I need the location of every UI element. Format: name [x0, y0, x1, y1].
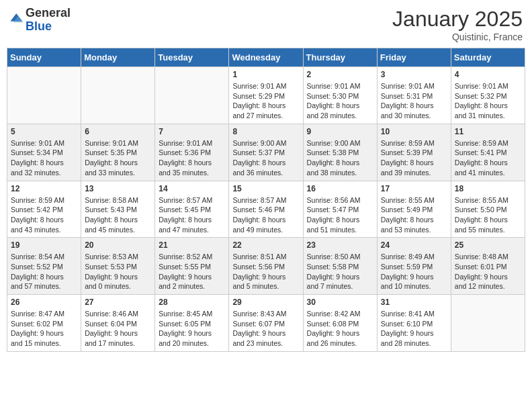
- day-number: 20: [85, 240, 151, 250]
- day-info: Sunrise: 8:55 AM Sunset: 5:49 PM Dayligh…: [381, 195, 447, 235]
- location: Quistinic, France: [392, 32, 523, 42]
- day-number: 10: [381, 127, 447, 136]
- weekday-header: Wednesday: [229, 48, 303, 67]
- day-info: Sunrise: 8:57 AM Sunset: 5:46 PM Dayligh…: [232, 195, 299, 235]
- calendar-day-cell: 30Sunrise: 8:42 AM Sunset: 6:08 PM Dayli…: [303, 295, 377, 352]
- day-info: Sunrise: 8:48 AM Sunset: 6:01 PM Dayligh…: [455, 252, 521, 291]
- day-info: Sunrise: 8:49 AM Sunset: 5:59 PM Dayligh…: [381, 252, 447, 291]
- logo-icon: [9, 11, 24, 26]
- calendar-day-cell: 6Sunrise: 9:01 AM Sunset: 5:35 PM Daylig…: [81, 124, 155, 181]
- calendar-day-cell: 25Sunrise: 8:48 AM Sunset: 6:01 PM Dayli…: [451, 238, 525, 295]
- title-area: January 2025 Quistinic, France: [392, 7, 523, 42]
- calendar-day-cell: 5Sunrise: 9:01 AM Sunset: 5:34 PM Daylig…: [7, 124, 81, 181]
- calendar-day-cell: 13Sunrise: 8:58 AM Sunset: 5:43 PM Dayli…: [81, 181, 155, 238]
- day-number: 29: [232, 298, 299, 307]
- logo-blue-text: Blue: [26, 19, 52, 33]
- day-info: Sunrise: 8:51 AM Sunset: 5:56 PM Dayligh…: [232, 252, 299, 291]
- calendar-day-cell: 24Sunrise: 8:49 AM Sunset: 5:59 PM Dayli…: [377, 238, 451, 295]
- day-info: Sunrise: 9:01 AM Sunset: 5:29 PM Dayligh…: [232, 81, 299, 121]
- day-number: 19: [11, 240, 77, 250]
- calendar-day-cell: 18Sunrise: 8:55 AM Sunset: 5:50 PM Dayli…: [451, 181, 525, 238]
- calendar-day-cell: 12Sunrise: 8:59 AM Sunset: 5:42 PM Dayli…: [7, 181, 81, 238]
- day-info: Sunrise: 9:01 AM Sunset: 5:32 PM Dayligh…: [455, 81, 521, 121]
- day-number: 13: [85, 184, 151, 193]
- day-info: Sunrise: 9:01 AM Sunset: 5:30 PM Dayligh…: [307, 81, 373, 121]
- day-info: Sunrise: 8:47 AM Sunset: 6:02 PM Dayligh…: [11, 309, 77, 349]
- weekday-header: Saturday: [451, 48, 525, 67]
- day-info: Sunrise: 8:56 AM Sunset: 5:47 PM Dayligh…: [307, 195, 373, 235]
- day-number: 30: [307, 298, 373, 307]
- day-number: 24: [381, 240, 447, 250]
- day-info: Sunrise: 9:01 AM Sunset: 5:31 PM Dayligh…: [381, 81, 447, 121]
- day-number: 21: [159, 240, 225, 250]
- calendar-day-cell: 17Sunrise: 8:55 AM Sunset: 5:49 PM Dayli…: [377, 181, 451, 238]
- calendar-day-cell: 4Sunrise: 9:01 AM Sunset: 5:32 PM Daylig…: [451, 67, 525, 124]
- day-info: Sunrise: 9:01 AM Sunset: 5:36 PM Dayligh…: [159, 138, 225, 178]
- day-info: Sunrise: 8:43 AM Sunset: 6:07 PM Dayligh…: [232, 309, 299, 349]
- day-info: Sunrise: 9:00 AM Sunset: 5:38 PM Dayligh…: [307, 138, 373, 178]
- day-number: 14: [159, 184, 225, 193]
- day-info: Sunrise: 8:41 AM Sunset: 6:10 PM Dayligh…: [381, 309, 447, 349]
- calendar-day-cell: 16Sunrise: 8:56 AM Sunset: 5:47 PM Dayli…: [303, 181, 377, 238]
- weekday-header: Sunday: [7, 48, 81, 67]
- calendar-header-row: SundayMondayTuesdayWednesdayThursdayFrid…: [7, 48, 525, 67]
- day-number: 26: [11, 298, 77, 307]
- calendar-day-cell: 11Sunrise: 8:59 AM Sunset: 5:41 PM Dayli…: [451, 124, 525, 181]
- calendar-day-cell: 3Sunrise: 9:01 AM Sunset: 5:31 PM Daylig…: [377, 67, 451, 124]
- day-number: 25: [455, 240, 521, 250]
- day-number: 6: [85, 127, 151, 136]
- day-number: 15: [232, 184, 299, 193]
- calendar-day-cell: 28Sunrise: 8:45 AM Sunset: 6:05 PM Dayli…: [155, 295, 229, 352]
- day-info: Sunrise: 8:59 AM Sunset: 5:39 PM Dayligh…: [381, 138, 447, 178]
- calendar-day-cell: 31Sunrise: 8:41 AM Sunset: 6:10 PM Dayli…: [377, 295, 451, 352]
- day-number: 9: [307, 127, 373, 136]
- day-number: 8: [232, 127, 299, 136]
- weekday-header: Tuesday: [155, 48, 229, 67]
- day-info: Sunrise: 8:55 AM Sunset: 5:50 PM Dayligh…: [455, 195, 521, 235]
- calendar-day-cell: 1Sunrise: 9:01 AM Sunset: 5:29 PM Daylig…: [229, 67, 303, 124]
- calendar-day-cell: 8Sunrise: 9:00 AM Sunset: 5:37 PM Daylig…: [229, 124, 303, 181]
- calendar-day-cell: [7, 67, 81, 124]
- logo-general-text: General: [26, 6, 71, 19]
- day-info: Sunrise: 9:01 AM Sunset: 5:35 PM Dayligh…: [85, 138, 151, 178]
- day-info: Sunrise: 8:54 AM Sunset: 5:52 PM Dayligh…: [11, 252, 77, 291]
- day-number: 22: [232, 240, 299, 250]
- day-number: 2: [307, 70, 373, 79]
- calendar-day-cell: [155, 67, 229, 124]
- calendar-day-cell: 23Sunrise: 8:50 AM Sunset: 5:58 PM Dayli…: [303, 238, 377, 295]
- day-info: Sunrise: 9:00 AM Sunset: 5:37 PM Dayligh…: [232, 138, 299, 178]
- day-number: 7: [159, 127, 225, 136]
- weekday-header: Thursday: [303, 48, 377, 67]
- day-number: 17: [381, 184, 447, 193]
- day-number: 16: [307, 184, 373, 193]
- calendar-day-cell: 27Sunrise: 8:46 AM Sunset: 6:04 PM Dayli…: [81, 295, 155, 352]
- calendar-day-cell: [81, 67, 155, 124]
- day-info: Sunrise: 8:59 AM Sunset: 5:41 PM Dayligh…: [455, 138, 521, 178]
- calendar-week-row: 19Sunrise: 8:54 AM Sunset: 5:52 PM Dayli…: [7, 238, 525, 295]
- calendar-day-cell: 14Sunrise: 8:57 AM Sunset: 5:45 PM Dayli…: [155, 181, 229, 238]
- day-number: 23: [307, 240, 373, 250]
- calendar-day-cell: 29Sunrise: 8:43 AM Sunset: 6:07 PM Dayli…: [229, 295, 303, 352]
- calendar-week-row: 26Sunrise: 8:47 AM Sunset: 6:02 PM Dayli…: [7, 295, 525, 352]
- day-info: Sunrise: 8:45 AM Sunset: 6:05 PM Dayligh…: [159, 309, 225, 349]
- day-number: 12: [11, 184, 77, 193]
- page-header: General Blue January 2025 Quistinic, Fra…: [7, 7, 525, 42]
- calendar-day-cell: 7Sunrise: 9:01 AM Sunset: 5:36 PM Daylig…: [155, 124, 229, 181]
- weekday-header: Friday: [377, 48, 451, 67]
- calendar-day-cell: 15Sunrise: 8:57 AM Sunset: 5:46 PM Dayli…: [229, 181, 303, 238]
- calendar-table: SundayMondayTuesdayWednesdayThursdayFrid…: [7, 48, 525, 352]
- day-number: 5: [11, 127, 77, 136]
- day-number: 18: [455, 184, 521, 193]
- day-number: 1: [232, 70, 299, 79]
- calendar-day-cell: 9Sunrise: 9:00 AM Sunset: 5:38 PM Daylig…: [303, 124, 377, 181]
- calendar-day-cell: 21Sunrise: 8:52 AM Sunset: 5:55 PM Dayli…: [155, 238, 229, 295]
- calendar-day-cell: 19Sunrise: 8:54 AM Sunset: 5:52 PM Dayli…: [7, 238, 81, 295]
- calendar-week-row: 5Sunrise: 9:01 AM Sunset: 5:34 PM Daylig…: [7, 124, 525, 181]
- day-info: Sunrise: 8:50 AM Sunset: 5:58 PM Dayligh…: [307, 252, 373, 291]
- day-info: Sunrise: 8:57 AM Sunset: 5:45 PM Dayligh…: [159, 195, 225, 235]
- day-info: Sunrise: 8:59 AM Sunset: 5:42 PM Dayligh…: [11, 195, 77, 235]
- month-title: January 2025: [392, 7, 523, 32]
- calendar-week-row: 12Sunrise: 8:59 AM Sunset: 5:42 PM Dayli…: [7, 181, 525, 238]
- day-info: Sunrise: 8:53 AM Sunset: 5:53 PM Dayligh…: [85, 252, 151, 291]
- day-info: Sunrise: 8:58 AM Sunset: 5:43 PM Dayligh…: [85, 195, 151, 235]
